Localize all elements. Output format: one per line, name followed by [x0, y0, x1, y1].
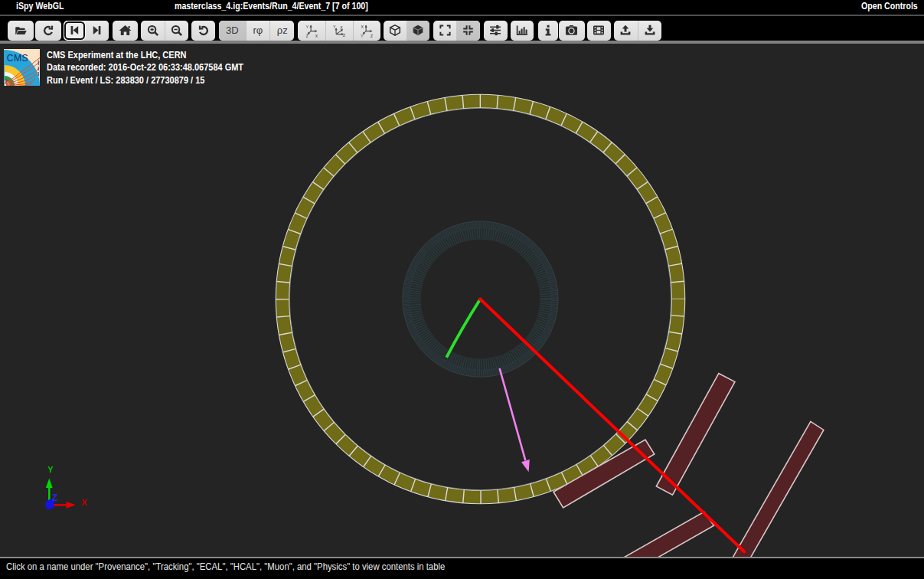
svg-text:Z: Z	[52, 492, 57, 503]
svg-text:x: x	[361, 24, 364, 29]
svg-text:Y: Y	[333, 24, 336, 29]
svg-text:z: z	[371, 32, 374, 37]
svg-text:Y: Y	[305, 24, 309, 29]
svg-text:CMS: CMS	[7, 53, 28, 64]
svg-text:x: x	[340, 25, 343, 30]
svg-text:Y: Y	[361, 32, 364, 37]
svg-text:Y: Y	[47, 465, 54, 474]
svg-text:z: z	[305, 32, 309, 37]
svg-text:X: X	[81, 498, 87, 507]
svg-text:x: x	[315, 32, 318, 37]
svg-text:z: z	[343, 32, 346, 38]
